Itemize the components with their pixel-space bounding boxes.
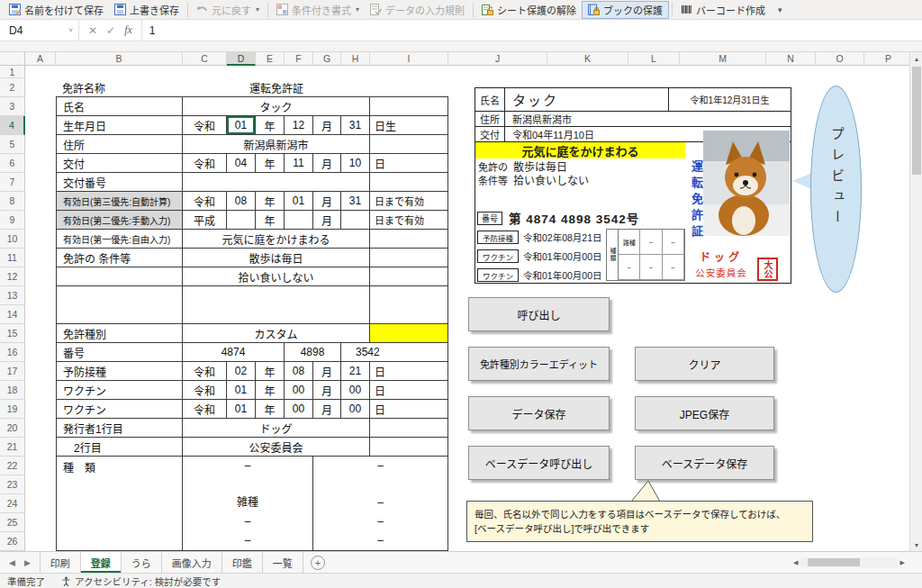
form-cell[interactable]: 日まで有効 xyxy=(370,211,448,230)
valid-auto-label[interactable]: 有効日(第三優先:自動計算) xyxy=(56,192,183,211)
form-cell[interactable]: 4874 xyxy=(183,343,285,362)
form-cell[interactable]: 令和 xyxy=(183,116,227,135)
form-cell[interactable]: 月 xyxy=(313,381,341,400)
row-header-4[interactable]: 4 xyxy=(0,116,25,135)
form-cell[interactable]: 00 xyxy=(285,381,313,400)
form-cell[interactable]: 日 xyxy=(370,381,448,400)
sheet-tab-1[interactable]: 登録 xyxy=(81,552,122,573)
sheet-tab-2[interactable]: うら xyxy=(122,552,162,573)
row-header-1[interactable]: 1 xyxy=(0,66,25,78)
valid-free-value[interactable]: 元気に庭をかけまわる xyxy=(183,230,370,249)
tab-scroll-right-icon[interactable]: ▶ xyxy=(24,558,31,567)
sheet-tab-5[interactable]: 一覧 xyxy=(263,552,303,573)
column-header-N[interactable]: N xyxy=(766,52,816,66)
form-cell[interactable]: 月 xyxy=(313,154,341,173)
vertical-scrollbar[interactable]: ▲ ▼ xyxy=(909,52,922,551)
barcode-button[interactable]: バーコード作成 xyxy=(675,1,771,19)
valid-free-label[interactable]: 有効日(第一優先:自由入力) xyxy=(56,230,183,249)
breed-col-right[interactable]: –––– xyxy=(313,457,448,551)
issuer-line2-value[interactable]: 公安委員会 xyxy=(183,438,370,457)
form-cell[interactable]: 月 xyxy=(313,192,341,211)
form-cell[interactable]: 日 xyxy=(370,362,448,381)
condition-1[interactable]: 散歩は毎日 xyxy=(183,249,370,267)
row-header-11[interactable]: 11 xyxy=(0,249,25,267)
form-cell[interactable]: 年 xyxy=(256,154,285,173)
add-sheet-button[interactable]: + xyxy=(311,556,325,570)
dropdown-arrow-icon[interactable]: ▾ xyxy=(356,5,359,14)
form-cell[interactable] xyxy=(370,135,448,154)
row-header-26[interactable]: 26 xyxy=(0,532,25,551)
form-cell[interactable]: 年 xyxy=(256,116,285,135)
form-cell[interactable]: 12 xyxy=(285,116,313,135)
row-header-2[interactable]: 2 xyxy=(0,78,25,97)
form-cell[interactable]: 21 xyxy=(341,362,370,381)
row-header-24[interactable]: 24 xyxy=(0,494,25,513)
name-box[interactable]: D4 ˅ xyxy=(0,20,79,41)
form-cell[interactable]: 01 xyxy=(285,192,313,211)
column-header-K[interactable]: K xyxy=(547,52,628,66)
vertical-scroll-thumb[interactable] xyxy=(912,67,921,175)
license-title-label[interactable]: 免許名称 xyxy=(56,78,183,97)
base-data-load-button[interactable]: ベースデータ呼び出し xyxy=(468,446,610,480)
row-header-10[interactable]: 10 xyxy=(0,230,25,249)
form-cell[interactable]: 日 xyxy=(370,154,448,173)
row-header-6[interactable]: 6 xyxy=(0,154,25,173)
sheet-tab-3[interactable]: 画像入力 xyxy=(162,552,222,573)
call-button[interactable]: 呼び出し xyxy=(468,297,610,331)
column-header-P[interactable]: P xyxy=(864,52,913,66)
row-header-8[interactable]: 8 xyxy=(0,192,25,211)
issuer-line2-label[interactable]: 2行目 xyxy=(56,438,183,457)
form-cell[interactable]: 月 xyxy=(313,400,341,419)
form-cell[interactable]: 令和 xyxy=(183,400,227,419)
form-cell[interactable]: 10 xyxy=(341,154,370,173)
column-header-B[interactable]: B xyxy=(56,52,183,66)
row-header-7[interactable]: 7 xyxy=(0,173,25,192)
license-type-color-edit-button[interactable]: 免許種別カラーエディット xyxy=(468,347,610,381)
form-cell[interactable]: 01 xyxy=(227,400,256,419)
vaccination-label[interactable]: 予防接種 xyxy=(56,362,183,381)
number-label[interactable]: 番号 xyxy=(56,343,183,362)
conditional-formatting-button[interactable]: 条件付き書式▾ xyxy=(271,1,365,19)
vaccine2-label[interactable]: ワクチン xyxy=(56,400,183,419)
column-header-L[interactable]: L xyxy=(628,52,680,66)
form-cell[interactable]: 年 xyxy=(256,192,285,211)
row-header-13[interactable]: 13 xyxy=(0,286,25,305)
form-cell[interactable]: 日まで有効 xyxy=(370,192,448,211)
column-header-O[interactable]: O xyxy=(816,52,864,66)
sheet-tab-4[interactable]: 印鑑 xyxy=(222,552,263,573)
license-title-value[interactable]: 運転免許証 xyxy=(183,78,370,97)
form-cell[interactable]: 04 xyxy=(227,154,256,173)
address-label[interactable]: 住所 xyxy=(56,135,183,154)
base-data-save-button[interactable]: ベースデータ保存 xyxy=(635,446,774,480)
license-type-color-cell[interactable] xyxy=(370,324,448,343)
name-label[interactable]: 氏名 xyxy=(56,97,183,116)
column-header-A[interactable]: A xyxy=(25,52,56,66)
scroll-up-icon[interactable]: ▲ xyxy=(910,52,922,65)
column-header-M[interactable]: M xyxy=(680,52,766,66)
column-header-C[interactable]: C xyxy=(183,52,227,66)
row-header-16[interactable]: 16 xyxy=(0,343,25,362)
row-header-3[interactable]: 3 xyxy=(0,97,25,116)
form-cell[interactable] xyxy=(227,211,256,230)
horizontal-scroll-thumb[interactable] xyxy=(808,558,860,566)
row-header-20[interactable]: 20 xyxy=(0,419,25,438)
form-cell[interactable] xyxy=(370,438,448,457)
protect-workbook-button[interactable]: ブックの保護 xyxy=(582,1,669,19)
column-header-J[interactable]: J xyxy=(448,52,547,66)
save-as-button[interactable]: 名前を付けて保存 xyxy=(4,1,109,19)
form-cell[interactable] xyxy=(183,286,370,324)
tab-scroll-left-icon[interactable]: ◀ xyxy=(9,558,15,567)
row-header-22[interactable]: 22 xyxy=(0,457,25,475)
form-cell[interactable] xyxy=(370,249,448,267)
scroll-down-icon[interactable]: ▼ xyxy=(910,538,922,551)
row-header-12[interactable]: 12 xyxy=(0,267,25,286)
horizontal-scrollbar[interactable]: ◀ ▶ xyxy=(791,556,908,568)
form-cell[interactable]: 11 xyxy=(285,154,313,173)
scroll-right-icon[interactable]: ▶ xyxy=(898,559,908,566)
address-value[interactable]: 新潟県新潟市 xyxy=(183,135,370,154)
issuer-line1-label[interactable]: 発行者1行目 xyxy=(56,419,183,438)
form-cell[interactable] xyxy=(370,230,448,249)
form-cell[interactable]: 00 xyxy=(285,400,313,419)
form-cell[interactable]: 平成 xyxy=(183,211,227,230)
name-value[interactable]: タック xyxy=(183,97,370,116)
